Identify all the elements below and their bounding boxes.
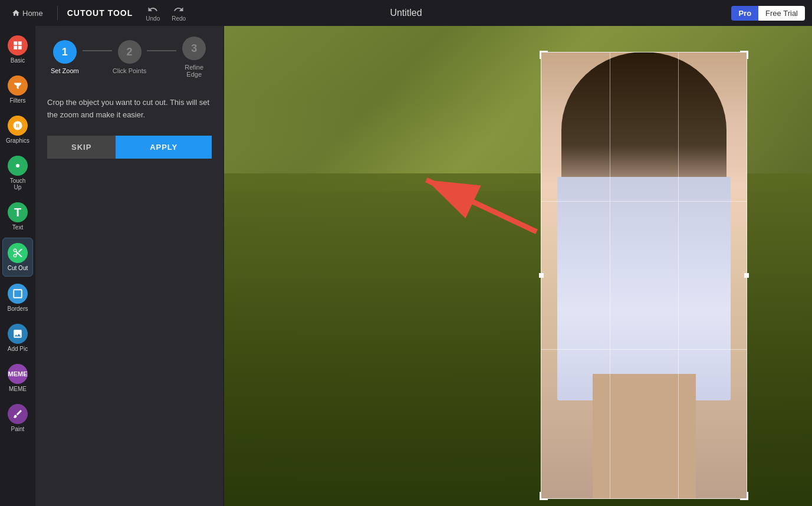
svg-point-0 (16, 164, 19, 167)
cutout-label: Cut Out (8, 265, 28, 271)
sidebar-item-cutout[interactable]: Cut Out (2, 238, 33, 277)
graphics-icon (8, 116, 28, 136)
basic-icon (8, 35, 28, 55)
pro-badge: Pro Free Trial (731, 6, 805, 21)
sidebar-item-filters[interactable]: Filters (2, 71, 33, 109)
home-button[interactable]: Home (7, 6, 48, 20)
step-1-number: 1 (62, 46, 68, 58)
meme-label: MEME (9, 386, 27, 392)
step-1: 1 Set Zoom (47, 40, 83, 74)
sidebar-item-text[interactable]: T Text (2, 198, 33, 235)
sidebar-item-basic[interactable]: Basic (2, 31, 33, 68)
woman-container (541, 52, 747, 499)
borders-label: Borders (7, 305, 28, 312)
touchup-label: Touch Up (6, 178, 29, 190)
touchup-icon (8, 156, 28, 176)
redo-label: Redo (172, 15, 186, 22)
sidebar-item-meme[interactable]: MEME MEME (2, 359, 33, 397)
step-connector-1 (83, 50, 112, 51)
step-2-circle: 2 (118, 40, 142, 64)
topbar: Home CUTOUT TOOL Undo Redo Untitled Pro … (0, 0, 812, 26)
undo-button[interactable]: Undo (142, 3, 163, 23)
woman-legs (593, 374, 696, 499)
text-label: Text (12, 224, 23, 231)
sidebar-item-paint[interactable]: Paint (2, 399, 33, 437)
free-trial-button[interactable]: Free Trial (758, 6, 805, 21)
step-3-circle: 3 (182, 37, 206, 60)
graphics-label: Graphics (6, 137, 29, 144)
instruction-box: Crop the object you want to cut out. Thi… (35, 85, 223, 131)
document-title: Untitled (390, 8, 422, 18)
sidebar-item-borders[interactable]: Borders (2, 279, 33, 317)
instruction-text: Crop the object you want to cut out. Thi… (47, 97, 212, 121)
step-2-label: Click Points (113, 67, 146, 74)
cutout-icon (8, 243, 28, 263)
addpic-label: Add Pic (8, 346, 28, 352)
sidebar-item-graphics[interactable]: Graphics (2, 111, 33, 149)
step-3-label: Refine Edge (176, 64, 212, 78)
steps-header: 1 Set Zoom 2 Click Points 3 Refine Edge (35, 26, 223, 85)
topbar-separator (57, 6, 58, 20)
undo-label: Undo (146, 15, 160, 22)
paint-label: Paint (11, 426, 25, 432)
woman-dress (557, 177, 731, 400)
borders-icon (8, 284, 28, 304)
sidebar-item-touchup[interactable]: Touch Up (2, 151, 33, 195)
meme-icon: MEME (8, 364, 28, 384)
tool-panel: 1 Set Zoom 2 Click Points 3 Refine Edge (35, 26, 224, 506)
step-3: 3 Refine Edge (176, 37, 212, 78)
step-connector-2 (147, 50, 176, 51)
step-2: 2 Click Points (112, 40, 147, 74)
svg-rect-1 (14, 290, 22, 298)
paint-icon (8, 404, 28, 424)
redo-button[interactable]: Redo (168, 3, 189, 23)
step-1-label: Set Zoom (51, 67, 79, 74)
filters-icon (8, 75, 28, 96)
basic-label: Basic (11, 57, 25, 64)
step-1-circle: 1 (53, 40, 77, 64)
action-buttons: SKIP APPLY (35, 131, 223, 163)
addpic-icon (8, 324, 28, 344)
main-area: Basic Filters Graphics Touch Up T Text (0, 26, 812, 506)
text-icon: T (8, 202, 28, 222)
sidebar-item-addpic[interactable]: Add Pic (2, 319, 33, 357)
skip-button[interactable]: SKIP (47, 136, 116, 159)
pro-button[interactable]: Pro (731, 6, 758, 21)
filters-label: Filters (9, 97, 25, 104)
step-2-number: 2 (126, 46, 132, 58)
step-3-number: 3 (191, 42, 197, 55)
apply-button[interactable]: APPLY (116, 136, 212, 159)
undo-redo-group: Undo Redo (142, 3, 189, 23)
left-sidebar: Basic Filters Graphics Touch Up T Text (0, 26, 35, 506)
canvas-area[interactable] (224, 26, 812, 506)
home-label: Home (22, 9, 43, 18)
tool-title: CUTOUT TOOL (67, 8, 133, 18)
